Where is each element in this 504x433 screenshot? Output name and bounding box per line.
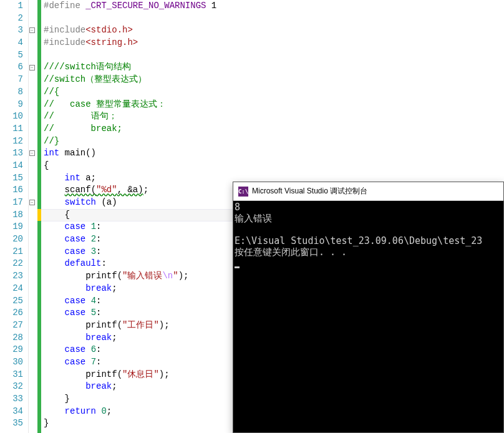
indent [44,344,65,354]
number: 1 [91,221,96,231]
line-number: 4 [0,37,23,49]
number: 6 [91,344,96,354]
text: ); [178,271,189,281]
string: "工作日" [122,320,159,330]
text: : [96,221,101,231]
indent [44,234,65,244]
indent [44,333,85,343]
fold-toggle[interactable]: − [29,150,35,156]
console-title: Microsoft Visual Studio 调试控制台 [252,186,367,197]
keyword: break [85,333,112,343]
line-number: 19 [0,221,23,233]
line-number: 29 [0,344,23,356]
comment: //{ [44,87,59,97]
text: ; [112,381,117,391]
keyword: case [65,357,91,367]
keyword: case [65,246,91,256]
console-titlebar[interactable]: C:\ Microsoft Visual Studio 调试控制台 [233,182,503,201]
comment: // break; [44,124,122,134]
text: () [85,148,96,158]
line-number: 6 [0,61,23,74]
text: ); [159,320,170,330]
indent [44,308,65,318]
include-header: <string.h> [85,37,138,47]
indent [44,369,85,379]
number: 2 [91,234,96,244]
text: (a) [101,197,117,207]
line-number: 16 [0,184,23,197]
line-number: 27 [0,319,23,332]
keyword: break [85,381,112,391]
text: ( [117,320,122,330]
text: ; [112,283,117,293]
keyword: int [44,148,65,158]
line-number: 30 [0,356,23,369]
line-number: 2 [0,12,23,25]
comment: //switch（整型表达式） [44,74,147,84]
line-number: 25 [0,295,23,308]
line-number: 10 [0,110,23,123]
macro-val: 1 [206,1,216,11]
brace: } [44,394,70,404]
number: 0 [101,406,106,416]
line-number: 22 [0,258,23,270]
fold-toggle[interactable]: − [29,65,35,71]
indent [44,258,65,268]
brace: { [44,160,49,170]
indent [44,283,85,293]
keyword: case [65,308,91,318]
text: ; [143,185,148,195]
indent [44,381,85,391]
comment: // case 整型常量表达式： [44,99,166,109]
number: 5 [91,308,96,318]
number: 4 [91,296,96,306]
line-number: 26 [0,307,23,319]
identifier: printf [85,271,117,281]
line-number: 9 [0,99,23,111]
fold-column[interactable]: −−−− [29,0,37,433]
text: , &a) [117,185,143,195]
line-number: 33 [0,393,23,406]
keyword: switch [65,197,102,207]
macro-name: _CRT_SECURE_NO_WARNINGS [85,1,206,11]
keyword: default [65,258,102,268]
string: " [173,271,178,281]
text: ; [107,406,112,416]
comment: ////switch语句结构 [44,62,131,72]
identifier: printf [85,320,117,330]
fold-toggle[interactable]: − [29,27,35,33]
keyword: case [65,234,91,244]
debug-console-window[interactable]: C:\ Microsoft Visual Studio 调试控制台 8 输入错误… [233,182,504,433]
string: "%d" [96,185,117,195]
indent [44,185,65,195]
include-header: <stdio.h> [85,25,133,35]
keyword: break [85,283,112,293]
indent [44,320,85,330]
indent [44,221,65,231]
console-output[interactable]: 8 输入错误 E:\Visual Studio\test_23.09.06\De… [233,201,503,432]
preproc: #define [44,1,85,11]
line-number: 12 [0,135,23,148]
preproc: #include [44,37,85,47]
escape: \n [162,271,173,281]
line-number: 3 [0,24,23,37]
text: ; [112,333,117,343]
console-line: 按任意键关闭此窗口. . . [235,246,347,258]
brace: { [44,210,70,220]
string: "输入错误 [122,271,162,281]
text: : [96,246,101,256]
indent [44,271,85,281]
console-line: 8 [235,202,240,213]
identifier: main [65,148,86,158]
fold-toggle[interactable]: − [29,200,35,205]
line-number: 11 [0,123,23,135]
text: ( [91,185,96,195]
line-number-gutter: 1234567891011121314151617181920212223242… [0,0,29,433]
indent [44,296,65,306]
comment: // 语句； [44,111,117,121]
line-number: 35 [0,417,23,430]
line-number: 31 [0,369,23,381]
string: "休息日" [122,369,159,379]
keyword: case [65,296,91,306]
indent [44,173,65,183]
